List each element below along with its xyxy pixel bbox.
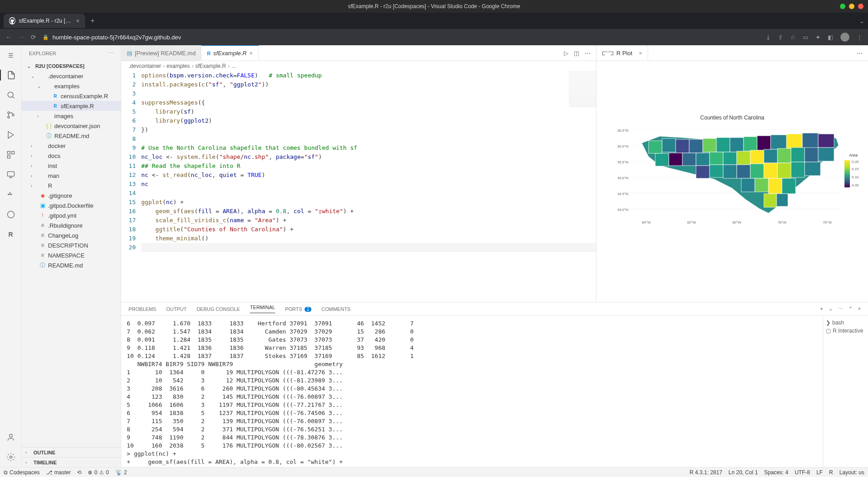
chrome-address-bar[interactable]: 🔒 humble-space-potato-5j7r664xq2v7gw.git… (43, 34, 181, 41)
file-item[interactable]: ⓘREADME.md (22, 131, 121, 141)
menu-icon[interactable]: ☰ (5, 50, 16, 61)
minimap[interactable] (569, 71, 596, 107)
status-r-version[interactable]: R 4.3.1: 2817 (690, 469, 722, 476)
chrome-tab[interactable]: sfExample.R - r2u [Codes × (4, 14, 85, 28)
outline-section[interactable]: ›OUTLINE (22, 447, 121, 457)
settings-gear-icon[interactable] (5, 452, 16, 463)
rplot-close-icon[interactable]: × (639, 50, 642, 57)
file-item[interactable]: ≡NAMESPACE (22, 250, 121, 260)
chrome-share-icon[interactable]: ⇪ (778, 34, 783, 41)
terminal-new-icon[interactable]: + (820, 306, 823, 312)
run-icon[interactable]: ▷ (564, 50, 568, 57)
terminal-output[interactable]: 6 0.097 1.670 1833 1833 Hertford 37091 3… (121, 316, 823, 467)
tab-rplot[interactable]: ⫍⫎ R Plot × (596, 45, 648, 61)
tab-sfexample[interactable]: R sfExample.R × (201, 45, 258, 61)
chrome-profile-avatar[interactable] (840, 33, 849, 42)
run-debug-icon[interactable] (5, 129, 16, 140)
status-branch[interactable]: ⎇master (46, 469, 71, 476)
folder-item[interactable]: ›docker (22, 141, 121, 151)
status-layout[interactable]: Layout: us (839, 469, 864, 476)
svg-rect-57 (818, 148, 834, 161)
code-editor[interactable]: 1234567891011121314151617181920 options(… (121, 71, 596, 302)
chrome-extensions-icon[interactable]: ✦ (816, 34, 820, 41)
tab-more-icon[interactable]: ⋯ (585, 50, 591, 57)
svg-rect-49 (710, 152, 723, 165)
panel-maximize-icon[interactable]: ⌃ (849, 306, 853, 312)
folder-item[interactable]: ›inst (22, 161, 121, 171)
chrome-tabs-menu-icon[interactable]: ⌄ (859, 18, 864, 24)
panel-close-icon[interactable]: × (858, 306, 861, 312)
remote-explorer-icon[interactable] (5, 169, 16, 180)
file-item[interactable]: ⓘREADME.md (22, 260, 121, 270)
chrome-install-icon[interactable]: ⤓ (766, 34, 771, 41)
file-item[interactable]: !.gitpod.yml (22, 210, 121, 220)
chrome-new-tab-button[interactable]: + (91, 17, 95, 25)
terminal-bash[interactable]: ❯bash (826, 319, 865, 327)
file-item[interactable]: RsfExample.R (22, 101, 121, 111)
status-spaces[interactable]: Spaces: 4 (764, 469, 788, 476)
terminal-r-interactive[interactable]: ▢R Interactive (826, 327, 865, 335)
window-maximize-button[interactable] (849, 4, 854, 9)
source-control-icon[interactable] (5, 110, 16, 120)
tab-close-icon[interactable]: × (249, 50, 253, 57)
chrome-forward-button[interactable]: → (18, 33, 24, 41)
window-minimize-button[interactable] (840, 4, 845, 9)
panel-tab-terminal[interactable]: TERMINAL (250, 305, 275, 313)
status-problems[interactable]: ⊗0 ⚠0 (88, 469, 109, 476)
chrome-bookmark-icon[interactable]: ☆ (790, 34, 796, 41)
svg-rect-51 (737, 151, 750, 165)
explorer-more-icon[interactable]: ⋯ (109, 50, 114, 56)
status-sync[interactable]: ⟲ (77, 469, 81, 476)
window-close-button[interactable] (858, 4, 863, 9)
svg-rect-32 (649, 141, 662, 153)
file-item[interactable]: ▣.gitpod.Dockerfile (22, 200, 121, 210)
docker-icon[interactable] (5, 189, 16, 200)
split-editor-icon[interactable]: ◫ (574, 50, 579, 57)
folder-item[interactable]: ⌄.devcontainer (22, 71, 121, 81)
terminal-dropdown-icon[interactable]: ⌄ (829, 306, 833, 312)
tab-readme[interactable]: ▤ [Preview] README.md (121, 45, 201, 61)
workspace-root[interactable]: ⌄R2U [CODESPACES] (22, 61, 121, 71)
explorer-icon[interactable] (0, 70, 22, 81)
r-icon[interactable]: R (5, 229, 16, 240)
folder-item[interactable]: ›R (22, 181, 121, 191)
status-ports[interactable]: 📡2 (115, 469, 127, 476)
folder-item[interactable]: ›images (22, 111, 121, 121)
status-codespaces[interactable]: ⧉Codespaces (4, 469, 40, 476)
svg-rect-64 (777, 163, 791, 178)
terminal-more-icon[interactable]: ⋯ (838, 306, 843, 312)
breadcrumb[interactable]: .devcontainer› examples› sfExample.R› ..… (121, 61, 596, 71)
r-file-icon: R (207, 51, 210, 56)
extensions-icon[interactable] (5, 149, 16, 160)
panel-tab-problems[interactable]: PROBLEMS (129, 306, 156, 312)
svg-text:0.15: 0.15 (852, 167, 859, 171)
chrome-panel-icon[interactable]: ◧ (828, 34, 833, 41)
status-eol[interactable]: LF (816, 469, 823, 476)
chrome-downloads-icon[interactable]: ▭ (803, 34, 808, 41)
chrome-menu-icon[interactable]: ⋮ (857, 34, 863, 41)
panel-tab-comments[interactable]: COMMENTS (321, 306, 350, 312)
file-item[interactable]: ≡ChangeLog (22, 230, 121, 240)
status-encoding[interactable]: UTF-8 (795, 469, 810, 476)
file-item[interactable]: { }devcontainer.json (22, 121, 121, 131)
chrome-back-button[interactable]: ← (5, 33, 12, 41)
file-item[interactable]: RcensusExample.R (22, 91, 121, 101)
panel-tab-debug[interactable]: DEBUG CONSOLE (196, 306, 240, 312)
panel-tab-output[interactable]: OUTPUT (166, 306, 186, 312)
panel-tab-ports[interactable]: PORTS 2 (285, 306, 311, 312)
file-item[interactable]: ≡.Rbuildignore (22, 220, 121, 230)
accounts-icon[interactable] (5, 432, 16, 443)
status-cursor[interactable]: Ln 20, Col 1 (729, 469, 758, 476)
chrome-tab-close-icon[interactable]: × (76, 17, 80, 24)
search-icon[interactable] (5, 90, 16, 100)
folder-item[interactable]: ›man (22, 171, 121, 181)
folder-item[interactable]: ›docs (22, 151, 121, 161)
timeline-section[interactable]: ›TIMELINE (22, 457, 121, 467)
status-language[interactable]: R (829, 469, 833, 476)
github-icon[interactable] (5, 209, 16, 220)
rplot-more-icon[interactable]: ⋯ (857, 50, 863, 57)
folder-item[interactable]: ⌄examples (22, 81, 121, 91)
chrome-reload-button[interactable]: ⟳ (31, 33, 36, 41)
file-item[interactable]: ≡DESCRIPTION (22, 240, 121, 250)
file-item[interactable]: ◆.gitignore (22, 191, 121, 200)
